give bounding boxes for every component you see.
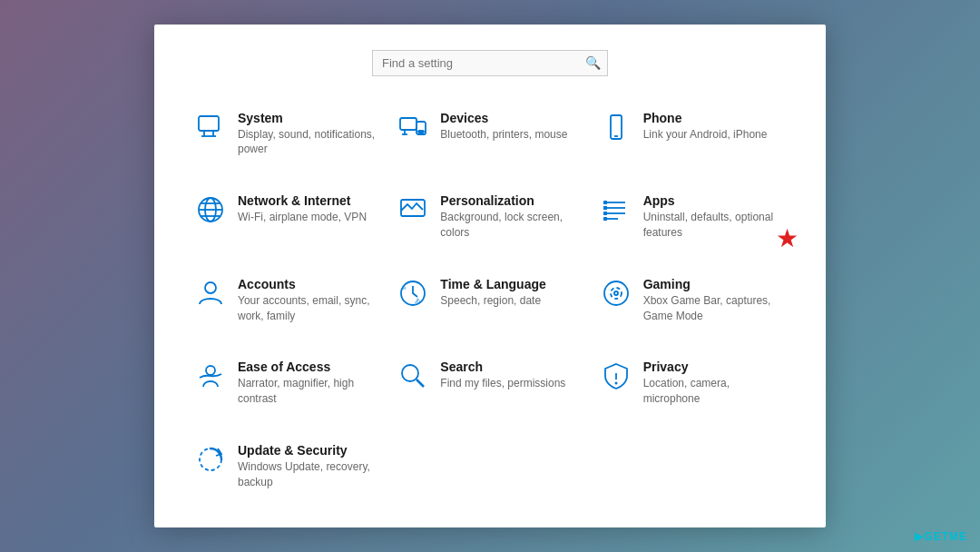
item-title-ease: Ease of Access	[238, 360, 380, 374]
update-icon	[194, 443, 227, 476]
svg-text:あ: あ	[415, 298, 420, 304]
svg-point-25	[205, 282, 216, 293]
svg-text:A: A	[403, 285, 407, 291]
item-title-gaming: Gaming	[643, 277, 786, 291]
item-desc-search: Find my files, permissions	[440, 376, 565, 391]
item-text-ease: Ease of Access Narrator, magnifier, high…	[238, 360, 380, 407]
svg-point-29	[604, 281, 628, 305]
settings-item-system[interactable]: System Display, sound, notifications, po…	[191, 105, 384, 163]
accounts-icon	[194, 277, 227, 310]
svg-point-32	[206, 366, 215, 375]
settings-item-privacy[interactable]: Privacy Location, camera, microphone	[596, 354, 789, 412]
svg-line-34	[416, 380, 424, 387]
item-desc-time: Speech, region, date	[440, 293, 545, 309]
svg-rect-8	[418, 131, 424, 133]
item-title-network: Network & Internet	[238, 193, 367, 208]
item-desc-devices: Bluetooth, printers, mouse	[440, 127, 567, 143]
settings-item-ease[interactable]: Ease of Access Narrator, magnifier, high…	[191, 354, 384, 412]
item-title-devices: Devices	[440, 111, 567, 125]
item-title-accounts: Accounts	[238, 277, 380, 291]
settings-item-devices[interactable]: Devices Bluetooth, printers, mouse	[393, 105, 586, 163]
svg-point-31	[614, 291, 618, 295]
item-desc-apps: Uninstall, defaults, optional features	[643, 210, 786, 241]
settings-item-phone[interactable]: Phone Link your Android, iPhone	[596, 105, 789, 163]
item-title-privacy: Privacy	[643, 360, 786, 374]
item-title-apps: Apps	[643, 193, 786, 208]
svg-rect-4	[400, 118, 416, 130]
item-desc-accounts: Your accounts, email, sync, work, family	[238, 293, 380, 324]
item-title-personalization: Personalization	[440, 193, 583, 208]
svg-rect-22	[603, 206, 607, 210]
watermark: ▶GETME	[915, 530, 967, 543]
svg-rect-24	[603, 217, 607, 221]
item-title-system: System	[238, 111, 380, 125]
search-bar: 🔍	[191, 50, 789, 76]
phone-icon	[600, 111, 632, 143]
item-text-time: Time & Language Speech, region, date	[440, 277, 545, 309]
settings-item-personalization[interactable]: Personalization Background, lock screen,…	[393, 188, 586, 246]
gaming-icon	[600, 277, 632, 310]
item-desc-privacy: Location, camera, microphone	[643, 376, 786, 407]
settings-item-search[interactable]: Search Find my files, permissions	[393, 354, 586, 412]
personalization-icon	[397, 193, 429, 226]
item-desc-update: Windows Update, recovery, backup	[238, 459, 380, 490]
item-text-devices: Devices Bluetooth, printers, mouse	[440, 111, 567, 143]
item-desc-ease: Narrator, magnifier, high contrast	[238, 376, 380, 407]
item-title-update: Update & Security	[238, 443, 380, 458]
settings-grid: System Display, sound, notifications, po…	[191, 105, 789, 496]
svg-point-33	[402, 365, 418, 381]
item-text-gaming: Gaming Xbox Game Bar, captures, Game Mod…	[643, 277, 786, 324]
settings-window: 🔍 System Display, sound, notifications, …	[154, 25, 826, 528]
item-text-search: Search Find my files, permissions	[440, 360, 565, 391]
settings-item-update[interactable]: Update & Security Windows Update, recove…	[191, 438, 384, 496]
svg-point-36	[614, 382, 617, 385]
item-text-apps: Apps Uninstall, defaults, optional featu…	[643, 193, 786, 241]
ease-icon	[194, 360, 227, 392]
privacy-icon	[600, 360, 632, 392]
settings-item-apps[interactable]: Apps Uninstall, defaults, optional featu…	[596, 188, 789, 246]
item-desc-gaming: Xbox Game Bar, captures, Game Mode	[643, 293, 786, 324]
item-text-update: Update & Security Windows Update, recove…	[238, 443, 380, 490]
settings-item-accounts[interactable]: Accounts Your accounts, email, sync, wor…	[191, 271, 384, 330]
settings-item-network[interactable]: Network & Internet Wi-Fi, airplane mode,…	[191, 188, 384, 246]
search-input-wrapper: 🔍	[372, 50, 608, 76]
time-icon: Aあ	[397, 277, 429, 310]
item-desc-phone: Link your Android, iPhone	[643, 127, 768, 143]
item-title-time: Time & Language	[440, 277, 545, 291]
item-text-system: System Display, sound, notifications, po…	[238, 111, 380, 158]
search-input[interactable]	[372, 50, 608, 76]
item-desc-personalization: Background, lock screen, colors	[440, 210, 583, 241]
svg-rect-21	[603, 201, 607, 204]
apps-icon	[600, 193, 632, 226]
item-text-network: Network & Internet Wi-Fi, airplane mode,…	[238, 193, 367, 225]
item-title-phone: Phone	[643, 111, 768, 125]
item-desc-system: Display, sound, notifications, power	[238, 127, 380, 158]
search-icon	[397, 360, 429, 392]
item-text-accounts: Accounts Your accounts, email, sync, wor…	[238, 277, 380, 324]
item-text-privacy: Privacy Location, camera, microphone	[643, 360, 786, 407]
network-icon	[194, 193, 227, 226]
svg-rect-23	[603, 212, 607, 215]
item-text-phone: Phone Link your Android, iPhone	[643, 111, 768, 143]
devices-icon	[397, 111, 429, 143]
settings-item-time[interactable]: Aあ Time & Language Speech, region, date	[393, 271, 586, 330]
svg-rect-0	[199, 116, 219, 131]
system-icon	[194, 111, 227, 143]
svg-point-30	[611, 288, 622, 299]
item-title-search: Search	[440, 360, 565, 374]
settings-item-gaming[interactable]: Gaming Xbox Game Bar, captures, Game Mod…	[596, 271, 789, 330]
item-text-personalization: Personalization Background, lock screen,…	[440, 193, 583, 241]
item-desc-network: Wi-Fi, airplane mode, VPN	[238, 210, 367, 225]
